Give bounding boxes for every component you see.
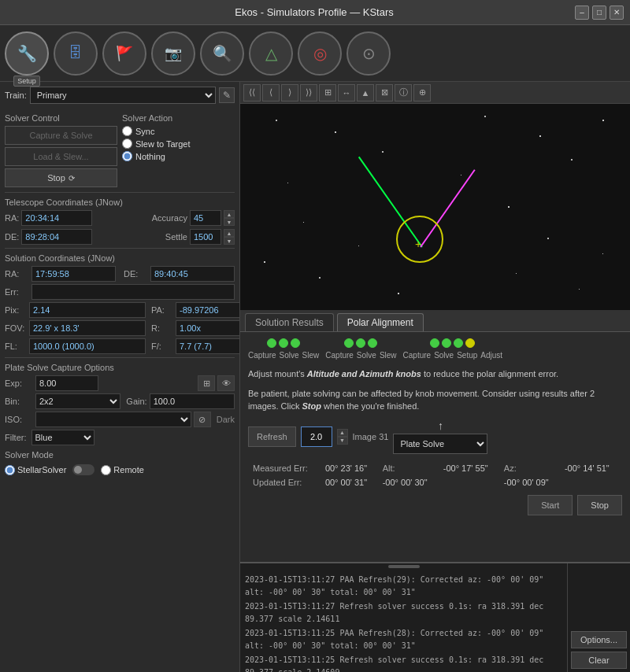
options-button[interactable]: Options... (571, 631, 627, 648)
crosshair-button[interactable]: ⊠ (376, 84, 393, 102)
info-button[interactable]: ⓘ (395, 84, 412, 102)
preview-icon-button[interactable]: 👁 (217, 375, 235, 391)
capture-solve-button[interactable]: Capture & Solve (5, 126, 117, 145)
north-button[interactable]: ▲ (357, 84, 374, 102)
maximize-button[interactable]: □ (592, 6, 606, 20)
settle-down[interactable]: ▼ (224, 237, 235, 245)
main-toolbar: 🔧 Setup 🗄 🚩 📷 🔍 △ ◎ ⊙ (0, 25, 630, 82)
remote-radio-item[interactable]: Remote (101, 465, 144, 475)
stellar-solver-label: StellarSolver (17, 465, 66, 474)
refresh-down[interactable]: ▼ (337, 437, 348, 445)
refresh-button[interactable]: Refresh (248, 426, 296, 447)
analyze-tool-button[interactable]: ⊙ (346, 31, 391, 76)
tab-solution-results[interactable]: Solution Results (245, 313, 334, 331)
load-slew-button[interactable]: Load & Slew... (5, 147, 117, 166)
star-field: + (240, 104, 630, 310)
stop-button[interactable]: Stop ⟳ (5, 168, 117, 187)
pa-input[interactable] (176, 302, 240, 318)
start-button[interactable]: Start (528, 495, 573, 515)
refresh-interval-input[interactable] (301, 426, 332, 447)
err-input[interactable] (32, 284, 235, 300)
polar-steps: Capture Solve Slew (248, 338, 622, 360)
star (319, 277, 321, 279)
cap-icons: ⊞ 👁 (198, 375, 235, 391)
zoom-last-button[interactable]: ⟩⟩ (300, 84, 317, 102)
train-row: Train: Primary ✎ (5, 87, 235, 104)
r-input[interactable] (176, 320, 240, 336)
step-label-capture-2: Capture (325, 351, 354, 360)
step-group-2: Capture Solve Slew (325, 338, 396, 360)
log-drag-handle[interactable] (388, 565, 420, 568)
measured-err-row: Measured Err: 00° 23' 16" Alt: -00° 17' … (250, 462, 621, 474)
accuracy-up[interactable]: ▲ (224, 210, 235, 218)
focus-tool-button[interactable]: 🚩 (102, 31, 146, 76)
remote-radio[interactable] (101, 465, 111, 475)
fl-input[interactable] (29, 338, 146, 354)
sol-ra-input[interactable] (32, 266, 116, 282)
accuracy-down[interactable]: ▼ (224, 218, 235, 226)
de-input[interactable] (21, 229, 92, 245)
bin-select[interactable]: 2x2 (35, 393, 120, 409)
mount-tool-button[interactable]: 🗄 (54, 31, 98, 76)
step-dot-1-3 (291, 338, 300, 348)
scheduler-tool-button[interactable]: ◎ (298, 31, 342, 76)
window-title: Ekos - Simulators Profile — KStars (54, 6, 575, 18)
pix-input[interactable] (29, 302, 146, 318)
capture-icon-button[interactable]: ⊞ (198, 375, 215, 391)
exp-input[interactable] (35, 375, 98, 391)
ra-input[interactable] (21, 210, 92, 226)
iso-select[interactable] (35, 412, 191, 427)
sol-de-label: DE: (124, 269, 146, 279)
radio-sync[interactable] (122, 126, 132, 136)
radio-slew-item[interactable]: Slew to Target (122, 138, 235, 149)
image-canvas: + (240, 104, 630, 310)
plate-solve-select[interactable]: Plate SolveSyncSlew to Target (393, 434, 487, 454)
filter-select[interactable]: Blue (32, 430, 94, 445)
mount-icon: 🗄 (69, 45, 83, 61)
updated-err-value: 00° 00' 31" (322, 476, 378, 489)
capture-tool-button[interactable]: 📷 (151, 31, 195, 76)
step-dot-3-1 (430, 338, 439, 348)
step-label-solve-2: Solve (357, 351, 376, 360)
stop-action-button[interactable]: Stop (577, 495, 622, 515)
refresh-up[interactable]: ▲ (337, 429, 348, 437)
bin-label: Bin: (5, 397, 33, 406)
f-input[interactable] (176, 338, 240, 354)
stellar-solver-radio[interactable] (5, 465, 15, 475)
accuracy-input[interactable] (190, 210, 221, 226)
mode-toggle[interactable] (72, 464, 94, 475)
zoom-fit-button[interactable]: ⊕ (413, 84, 431, 102)
fov-input[interactable] (29, 320, 146, 336)
iso-icon-button[interactable]: ⊘ (194, 412, 211, 427)
align-tool-button[interactable]: 🔍 (200, 31, 244, 76)
grid-button[interactable]: ⊞ (319, 84, 336, 102)
zoom-next-button[interactable]: ⟩ (281, 84, 298, 102)
radio-slew[interactable] (122, 138, 132, 149)
guide-tool-button[interactable]: △ (249, 31, 293, 76)
target-crosshair: + (415, 238, 423, 246)
close-button[interactable]: ✕ (610, 6, 624, 20)
clear-button[interactable]: Clear (571, 652, 627, 669)
settle-up[interactable]: ▲ (224, 229, 235, 237)
train-select[interactable]: Primary (30, 87, 216, 104)
titlebar: Ekos - Simulators Profile — KStars – □ ✕ (0, 0, 630, 25)
star (508, 206, 510, 208)
step-dots-1 (267, 338, 300, 348)
gain-input[interactable] (150, 393, 235, 409)
minimize-button[interactable]: – (575, 6, 589, 20)
stellar-solver-radio-item[interactable]: StellarSolver (5, 465, 66, 475)
zoom-prev-button[interactable]: ⟨ (262, 84, 280, 102)
radio-nothing-item[interactable]: Nothing (122, 151, 235, 161)
tab-polar-alignment[interactable]: Polar Alignment (337, 313, 424, 331)
settle-input[interactable] (190, 229, 221, 245)
star (547, 238, 549, 239)
sol-de-input[interactable] (150, 266, 235, 282)
zoom-first-button[interactable]: ⟨⟨ (243, 84, 261, 102)
flip-button[interactable]: ↔ (338, 84, 355, 102)
az-label: Az: (501, 462, 560, 474)
setup-tool-button[interactable]: 🔧 Setup (5, 31, 49, 76)
edit-train-button[interactable]: ✎ (219, 87, 235, 103)
radio-nothing[interactable] (122, 151, 132, 161)
updated-err-row: Updated Err: 00° 00' 31" -00° 00' 30" -0… (250, 476, 621, 489)
radio-sync-item[interactable]: Sync (122, 126, 235, 136)
